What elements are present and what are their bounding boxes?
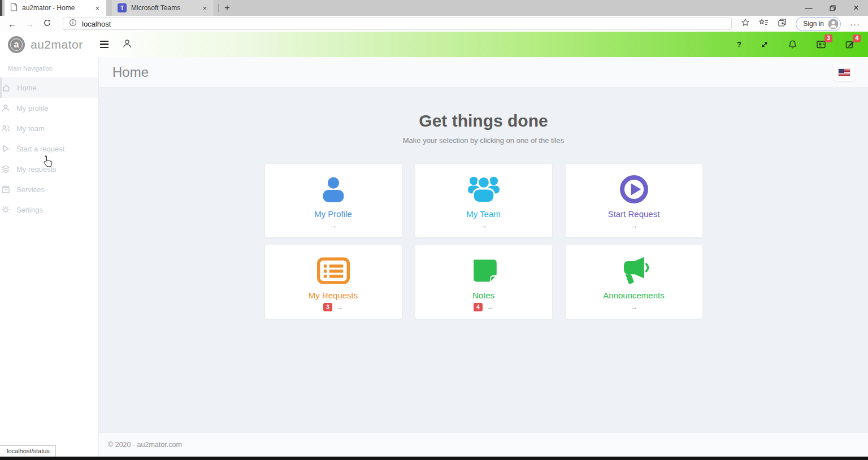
tile-grid: My Profile → My Team → Start Request → <box>265 164 702 319</box>
sidebar-item-label: Settings <box>16 206 43 214</box>
screen-edge-strip <box>0 457 868 460</box>
window-controls: — × <box>797 0 868 16</box>
tab-title: au2mator - Home <box>22 4 89 12</box>
tile-count-badge: 4 <box>474 303 483 311</box>
minimize-button[interactable]: — <box>797 0 821 16</box>
favorites-bar-icon[interactable] <box>759 19 769 29</box>
favorite-star-icon[interactable] <box>741 18 750 29</box>
users-icon <box>1 124 10 133</box>
close-window-button[interactable]: × <box>844 0 868 16</box>
users-icon <box>467 172 501 206</box>
tile-label: My Profile <box>314 209 352 219</box>
tile-label: My Requests <box>309 290 358 300</box>
brand-name[interactable]: au2mator <box>31 38 83 51</box>
sidebar-item-label: Home <box>17 84 37 92</box>
hero-heading: Get things done <box>99 111 868 131</box>
tile-label: My Team <box>466 209 501 219</box>
browser-address-bar: ← → localhost Sign in ··· <box>0 16 868 32</box>
megaphone-icon <box>618 254 650 288</box>
teams-favicon-icon: T <box>118 3 127 12</box>
browser-tab-bar: au2mator - Home × T Microsoft Teams × + … <box>0 0 868 16</box>
tab-close-icon[interactable]: × <box>201 4 208 12</box>
page-footer: © 2020 - au2mator.com <box>99 432 868 457</box>
help-button[interactable]: ? <box>737 40 741 49</box>
sidebar-item-home[interactable]: Home <box>0 77 98 98</box>
tab-au2mator-home[interactable]: au2mator - Home × <box>5 0 106 16</box>
tile-my-team[interactable]: My Team → <box>415 164 552 237</box>
main-content: Home Get things done Make your selection… <box>99 57 868 457</box>
tile-label: Start Request <box>608 209 660 219</box>
sidebar-item-label: Start a request <box>16 145 64 153</box>
layers-icon <box>1 164 10 173</box>
tile-announcements[interactable]: Announcements → <box>566 245 702 319</box>
mouse-cursor-hand-icon <box>41 155 53 171</box>
tile-start-request[interactable]: Start Request → <box>566 164 702 237</box>
url-text[interactable]: localhost <box>82 20 111 28</box>
fullscreen-expand-icon[interactable] <box>760 40 769 49</box>
gear-icon <box>1 205 10 214</box>
forward-button: → <box>25 20 34 28</box>
list-icon <box>317 254 350 288</box>
tile-my-profile[interactable]: My Profile → <box>265 164 402 237</box>
sidebar-item-my-profile[interactable]: My profile <box>0 98 98 118</box>
edit-count-badge: 4 <box>853 34 861 42</box>
sidebar-item-my-team[interactable]: My team <box>0 118 98 138</box>
refresh-button[interactable] <box>43 19 51 29</box>
collections-icon[interactable] <box>778 18 787 29</box>
new-request-edit-icon[interactable]: 4 <box>845 40 854 49</box>
tile-arrow: → <box>329 222 337 230</box>
app-header: a au2mator ? 3 4 <box>0 32 868 57</box>
sidebar-item-settings[interactable]: Settings <box>0 199 98 220</box>
hero-subheading: Make your selection by clicking on one o… <box>99 136 868 145</box>
box-icon <box>1 185 10 194</box>
tile-arrow: → <box>630 303 637 311</box>
tile-arrow: → <box>336 303 343 311</box>
header-user-icon[interactable] <box>122 38 132 51</box>
play-icon <box>1 144 10 153</box>
us-flag-icon <box>838 68 850 76</box>
sign-in-button[interactable]: Sign in <box>796 17 841 31</box>
browser-window: au2mator - Home × T Microsoft Teams × + … <box>0 0 868 460</box>
back-button[interactable]: ← <box>8 20 16 28</box>
site-info-icon[interactable] <box>69 19 77 29</box>
tab-close-icon[interactable]: × <box>94 4 101 12</box>
page-favicon-icon <box>10 3 18 13</box>
play-circle-icon <box>618 172 650 206</box>
sidebar-item-services[interactable]: Services <box>0 179 98 199</box>
tile-label: Announcements <box>603 290 664 300</box>
tile-my-requests[interactable]: My Requests 3 → <box>265 245 402 319</box>
page-title: Home <box>112 64 149 80</box>
new-tab-button[interactable]: + <box>219 0 236 16</box>
sidebar-item-label: My profile <box>16 104 48 112</box>
tab-microsoft-teams[interactable]: T Microsoft Teams × <box>112 0 214 16</box>
tile-arrow: → <box>486 303 493 311</box>
tile-count-badge: 3 <box>323 303 332 311</box>
user-icon <box>1 103 10 112</box>
tab-title: Microsoft Teams <box>131 4 197 12</box>
sidebar-item-label: My team <box>16 124 45 133</box>
language-selector-button[interactable] <box>834 64 854 81</box>
sign-in-label: Sign in <box>803 20 824 28</box>
page-header-bar: Home <box>99 57 868 88</box>
sidebar-section-label: Main Navigation <box>8 65 98 72</box>
sidebar-toggle-button[interactable] <box>100 41 108 49</box>
tile-notes[interactable]: Notes 4 → <box>415 245 552 319</box>
browser-menu-button[interactable]: ··· <box>850 19 860 29</box>
link-status-tooltip: localhost/status <box>0 445 56 457</box>
tile-arrow: → <box>480 222 487 230</box>
tile-label: Notes <box>472 290 494 300</box>
sidebar-item-label: Services <box>16 185 45 194</box>
note-icon <box>469 254 498 288</box>
au2mator-logo-icon[interactable]: a <box>8 36 25 53</box>
sidebar: Main Navigation Home My profile My team … <box>0 57 99 457</box>
url-field[interactable]: localhost <box>63 18 732 30</box>
tile-arrow: → <box>630 222 637 230</box>
catalog-count-badge: 3 <box>824 34 832 42</box>
hero-section: Get things done Make your selection by c… <box>99 88 868 319</box>
home-icon <box>2 83 11 92</box>
notifications-bell-icon[interactable] <box>788 40 797 49</box>
user-icon <box>318 172 349 206</box>
restore-button[interactable] <box>821 0 844 16</box>
service-catalog-icon[interactable]: 3 <box>816 40 826 49</box>
profile-avatar-icon <box>828 19 839 29</box>
